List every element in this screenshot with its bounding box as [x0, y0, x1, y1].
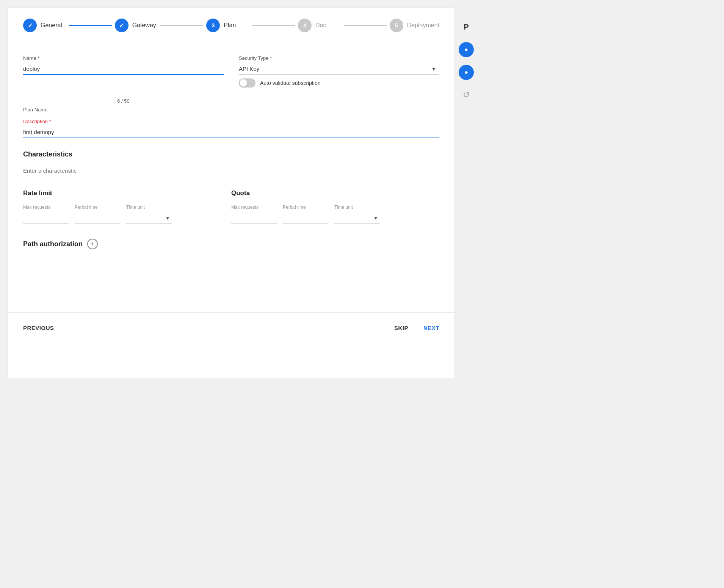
connector-1-2: [69, 25, 112, 26]
path-auth-header: Path authorization +: [23, 239, 439, 249]
description-container: Description *: [23, 119, 439, 138]
characteristics-title: Characteristics: [23, 150, 439, 158]
name-label: Name *: [23, 55, 224, 61]
step-deployment[interactable]: 5 Deployment: [390, 19, 439, 32]
quota-max-requests-field: Max requests: [231, 205, 277, 224]
auto-validate-label: Auto validate subscription: [260, 80, 321, 86]
charcount-planname-row: 6 / 50 Plan Name: [23, 97, 439, 113]
check-icon-general: ✓: [28, 22, 33, 29]
refresh-icon: ↺: [463, 90, 470, 100]
rate-period-time-field: Period time: [75, 205, 120, 224]
quota-time-unit-field: Time unit Second Minute Hour Day: [334, 205, 380, 224]
quota-time-unit-label: Time unit: [334, 205, 380, 210]
right-panel-blue-circle-1[interactable]: ●: [459, 42, 474, 57]
step-number-doc: 4: [303, 22, 306, 28]
step-plan[interactable]: 3 Plan: [206, 19, 249, 32]
right-panel-refresh-button[interactable]: ↺: [459, 88, 474, 103]
security-type-label: Security Type *: [239, 55, 439, 61]
check-icon-gateway: ✓: [119, 22, 124, 29]
connector-2-3: [160, 25, 203, 26]
quota-max-requests-input[interactable]: [231, 212, 277, 224]
rate-period-time-label: Period time: [75, 205, 120, 210]
right-panel-icon-1: ●: [464, 46, 468, 53]
rate-limit-fields: Max requests Period time Time unit: [23, 205, 231, 224]
rate-max-requests-label: Max requests: [23, 205, 69, 210]
auto-validate-row: Auto validate subscription: [239, 78, 439, 88]
step-number-plan: 3: [212, 22, 215, 28]
connector-3-4: [252, 25, 295, 26]
rate-time-unit-label: Time unit: [126, 205, 172, 210]
rate-period-time-input[interactable]: [75, 212, 120, 224]
step-circle-gateway: ✓: [115, 19, 129, 32]
quota-period-time-label: Period time: [283, 205, 328, 210]
connector-4-5: [344, 25, 387, 26]
security-type-select-wrapper: API Key OAuth2 JWT None ▼: [239, 63, 439, 75]
quota-period-time-field: Period time: [283, 205, 328, 224]
quota-period-time-input[interactable]: [283, 212, 328, 224]
footer-right-buttons: SKIP NEXT: [394, 325, 439, 331]
step-label-general: General: [41, 22, 62, 29]
form-footer: PREVIOUS SKIP NEXT: [8, 313, 454, 346]
stepper: ✓ General ✓ Gateway 3 Plan: [8, 8, 454, 43]
name-security-row: Name * Security Type * API Key OAuth2 JW…: [23, 55, 439, 88]
toggle-knob: [240, 79, 247, 87]
char-count-container: 6 / 50 Plan Name: [23, 97, 224, 113]
rate-limit-title: Rate limit: [23, 189, 231, 197]
rate-max-requests-input[interactable]: [23, 212, 69, 224]
step-doc[interactable]: 4 Doc: [298, 19, 341, 32]
quota-fields: Max requests Period time Time unit: [231, 205, 439, 224]
name-field-container: Name *: [23, 55, 224, 88]
step-circle-doc: 4: [298, 19, 312, 32]
step-label-plan: Plan: [224, 22, 236, 29]
skip-button[interactable]: SKIP: [394, 325, 408, 331]
plan-name-label: Plan Name: [23, 107, 224, 113]
form-content: Name * Security Type * API Key OAuth2 JW…: [8, 43, 454, 267]
quota-time-unit-select[interactable]: Second Minute Hour Day: [334, 212, 380, 224]
quota-title: Quota: [231, 189, 439, 197]
form-footer-wrapper: PREVIOUS SKIP NEXT: [8, 312, 454, 346]
step-circle-general: ✓: [23, 19, 37, 32]
description-input[interactable]: [23, 127, 439, 138]
step-number-deployment: 5: [395, 22, 398, 28]
step-label-doc: Doc: [315, 22, 326, 29]
step-circle-deployment: 5: [390, 19, 403, 32]
previous-button[interactable]: PREVIOUS: [23, 325, 54, 331]
right-panel: P ● ● ↺: [455, 8, 478, 379]
right-panel-blue-circle-2[interactable]: ●: [459, 65, 474, 80]
add-path-auth-button[interactable]: +: [87, 239, 98, 249]
char-count: 6 / 50: [23, 98, 224, 104]
step-circle-plan: 3: [206, 19, 220, 32]
path-auth-title: Path authorization: [23, 240, 83, 248]
next-button[interactable]: NEXT: [423, 325, 439, 331]
rate-time-unit-select[interactable]: Second Minute Hour Day: [126, 212, 172, 224]
characteristics-section: Characteristics: [23, 150, 439, 177]
description-label: Description *: [23, 119, 439, 124]
rate-time-unit-field: Time unit Second Minute Hour Day: [126, 205, 172, 224]
step-general[interactable]: ✓ General: [23, 19, 66, 32]
characteristics-input[interactable]: [23, 164, 439, 177]
right-panel-letter: P: [464, 23, 469, 31]
security-type-container: Security Type * API Key OAuth2 JWT None …: [239, 55, 439, 88]
rate-time-unit-select-wrapper: Second Minute Hour Day ▼: [126, 212, 172, 224]
main-card: ✓ General ✓ Gateway 3 Plan: [8, 8, 455, 379]
security-type-select[interactable]: API Key OAuth2 JWT None: [239, 63, 439, 75]
rate-quota-wrapper: Rate limit Max requests Period time: [23, 189, 439, 224]
quota-time-unit-select-wrapper: Second Minute Hour Day ▼: [334, 212, 380, 224]
step-label-deployment: Deployment: [407, 22, 439, 29]
auto-validate-toggle[interactable]: [239, 78, 255, 88]
quota-max-requests-label: Max requests: [231, 205, 277, 210]
step-label-gateway: Gateway: [132, 22, 156, 29]
rate-limit-section: Rate limit Max requests Period time: [23, 189, 231, 224]
quota-section: Quota Max requests Period time: [231, 189, 439, 224]
rate-max-requests-field: Max requests: [23, 205, 69, 224]
name-input[interactable]: [23, 63, 224, 75]
step-gateway[interactable]: ✓ Gateway: [115, 19, 158, 32]
form-main: Name * Security Type * API Key OAuth2 JW…: [8, 43, 454, 346]
right-panel-icon-2: ●: [464, 69, 468, 76]
